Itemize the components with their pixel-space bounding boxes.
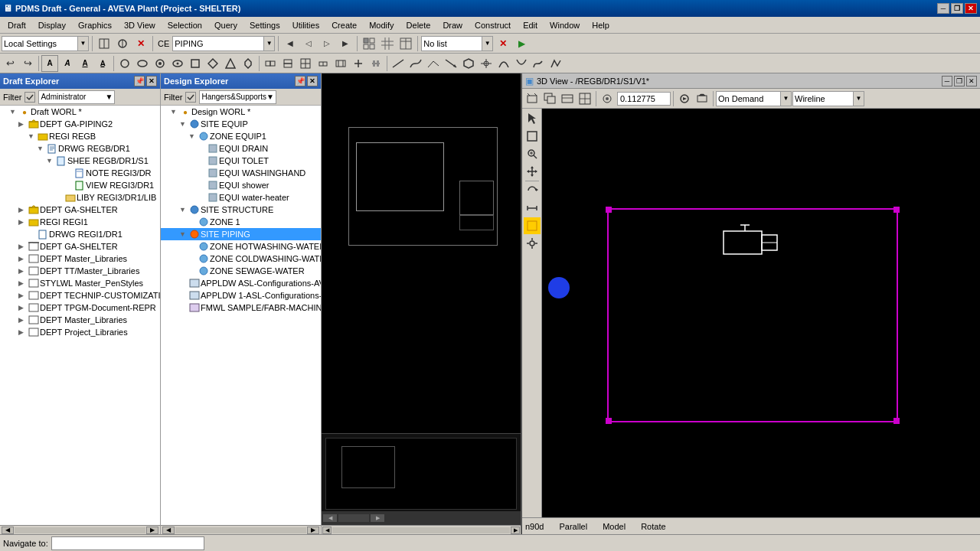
tool-line4[interactable]: [443, 55, 459, 72]
expand-icon[interactable]: ▶: [18, 255, 28, 262]
list-item[interactable]: · ZONE 1: [161, 216, 321, 228]
expand-icon[interactable]: ▼: [179, 120, 188, 128]
list-item[interactable]: · APPLDW ASL-Configurations-AVEVA: [161, 277, 321, 289]
menu-help[interactable]: Help: [586, 19, 616, 31]
piping-input[interactable]: [172, 36, 264, 51]
tool-diamond[interactable]: [204, 55, 221, 72]
render-mode-arrow[interactable]: ▼: [781, 91, 792, 106]
expand-icon[interactable]: ▼: [188, 132, 198, 140]
expand-icon[interactable]: ▶: [18, 279, 28, 287]
menu-delete[interactable]: Delete: [400, 19, 437, 31]
expand-icon[interactable]: ▶: [18, 206, 28, 214]
list-item[interactable]: ▶ DEPT TPGM-Document-REPR: [0, 302, 160, 314]
nav-left2[interactable]: ◁: [300, 35, 317, 52]
tool-line2[interactable]: [407, 55, 424, 72]
design-scroll-right[interactable]: ▶: [307, 527, 319, 534]
menu-utilities[interactable]: Utilities: [286, 19, 325, 31]
3d-side-settings[interactable]: [524, 235, 541, 252]
tool-shape2[interactable]: [240, 55, 256, 72]
tool-zigzag[interactable]: [548, 55, 565, 72]
tool-fence1[interactable]: [262, 55, 279, 72]
design-scroll-left[interactable]: ◀: [162, 527, 175, 534]
list-item[interactable]: ▶ DEPT TECHNIP-CUSTOMIZATIO: [0, 289, 160, 302]
tool-arc2[interactable]: [513, 55, 530, 72]
draft-hscrollbar[interactable]: ◀ ▶: [0, 525, 160, 534]
tool-arc1[interactable]: [495, 55, 512, 72]
local-settings-arrow[interactable]: ▼: [78, 36, 89, 51]
list-item[interactable]: ▼ ● Design WORL *: [161, 106, 321, 118]
list-item[interactable]: · EQUI DRAIN: [161, 142, 321, 155]
list-item[interactable]: · ZONE SEWAGE-WATER: [161, 265, 321, 277]
list-item[interactable]: ▼ SITE EQUIP: [161, 118, 321, 130]
filter-checkbox[interactable]: [24, 92, 35, 103]
expand-icon[interactable]: ▼: [46, 157, 55, 165]
menu-modify[interactable]: Modify: [363, 19, 400, 31]
display-mode-arrow[interactable]: ▼: [854, 91, 864, 106]
nolist-arrow[interactable]: ▼: [482, 36, 493, 51]
list-item[interactable]: · DRWG REGI1/DR1: [0, 228, 160, 240]
tool-line3[interactable]: [425, 55, 442, 72]
handle-br[interactable]: [893, 418, 900, 424]
cross-button[interactable]: ✕: [132, 35, 149, 52]
view3d-minimize[interactable]: ─: [942, 76, 952, 86]
expand-icon[interactable]: ▶: [18, 243, 28, 250]
close-button[interactable]: ✕: [965, 3, 977, 14]
list-item[interactable]: · ZONE COLDWASHING-WATER: [161, 253, 321, 265]
menu-edit[interactable]: Edit: [517, 19, 544, 31]
menu-window[interactable]: Window: [544, 19, 586, 31]
handle-tl[interactable]: [606, 207, 612, 213]
tool-ellipse2[interactable]: [169, 55, 186, 72]
render-mode-combo[interactable]: ▼: [716, 91, 792, 106]
tool-fence4[interactable]: [315, 55, 332, 72]
tool-text-3[interactable]: A: [77, 55, 93, 72]
display-mode-combo[interactable]: ▼: [792, 91, 864, 106]
tool-fence5[interactable]: [332, 55, 349, 72]
expand-icon[interactable]: ▶: [18, 120, 28, 128]
3d-side-pan[interactable]: [524, 163, 541, 180]
expand-icon[interactable]: ▼: [9, 108, 18, 116]
nolist-clear[interactable]: ✕: [495, 35, 511, 52]
vp-scroll-left[interactable]: ◀: [322, 527, 332, 534]
menu-create[interactable]: Create: [325, 19, 363, 31]
undo-btn[interactable]: ↩: [2, 55, 18, 72]
snap-tool[interactable]: [599, 90, 616, 107]
3d-cam-2[interactable]: [694, 90, 710, 107]
list-item[interactable]: · EQUI TOLET: [161, 155, 321, 167]
tool-cross[interactable]: [478, 55, 495, 72]
redo-btn[interactable]: ↪: [19, 55, 36, 72]
design-pin-btn[interactable]: 📌: [295, 76, 305, 86]
table-icon[interactable]: [397, 35, 414, 52]
handle-bl[interactable]: [606, 418, 612, 424]
list-item[interactable]: ▼ REGI REGB: [0, 130, 160, 142]
tool-text-4[interactable]: A̲: [94, 55, 111, 72]
3d-tool-3[interactable]: [559, 90, 576, 107]
list-item[interactable]: ▶ DEPT Master_Libraries: [0, 314, 160, 326]
nolist-input[interactable]: [421, 36, 482, 51]
3d-tool-2[interactable]: [541, 90, 558, 107]
list-item[interactable]: ▶ DEPT Project_Libraries: [0, 326, 160, 338]
expand-icon[interactable]: ▶: [18, 267, 28, 275]
tool-halign[interactable]: [368, 55, 384, 72]
expand-icon[interactable]: ▶: [18, 218, 28, 226]
list-item[interactable]: ▼ SHEE REGB/DR1/S1: [0, 155, 160, 167]
list-item[interactable]: ▼ SITE STRUCTURE: [161, 204, 321, 216]
menu-draw[interactable]: Draw: [436, 19, 469, 31]
list-item[interactable]: · NOTE REGI3/DR: [0, 167, 160, 179]
view3d-canvas[interactable]: [542, 109, 980, 517]
tool-circle2[interactable]: [152, 55, 168, 72]
tool-line1[interactable]: [390, 55, 407, 72]
menu-selection[interactable]: Selection: [162, 19, 208, 31]
list-item[interactable]: ▶ DEPT TT/Master_Libraries: [0, 265, 160, 277]
list-item[interactable]: ▼ ● Draft WORL *: [0, 106, 160, 118]
expand-icon[interactable]: ▼: [28, 132, 37, 140]
list-item[interactable]: ▼ SITE PIPING: [161, 228, 321, 240]
3d-side-zoom[interactable]: [524, 145, 541, 162]
nolist-go[interactable]: ▶: [513, 35, 530, 52]
display-mode-input[interactable]: [792, 91, 854, 106]
list-item[interactable]: ▶ DEPT GA-SHELTER: [0, 204, 160, 216]
expand-icon[interactable]: ▶: [18, 292, 28, 299]
tool-text-2[interactable]: A: [59, 55, 76, 72]
tool-text-1[interactable]: A: [41, 55, 58, 72]
list-item[interactable]: · VIEW REGI3/DR1: [0, 179, 160, 191]
tool-anchor[interactable]: [350, 55, 367, 72]
